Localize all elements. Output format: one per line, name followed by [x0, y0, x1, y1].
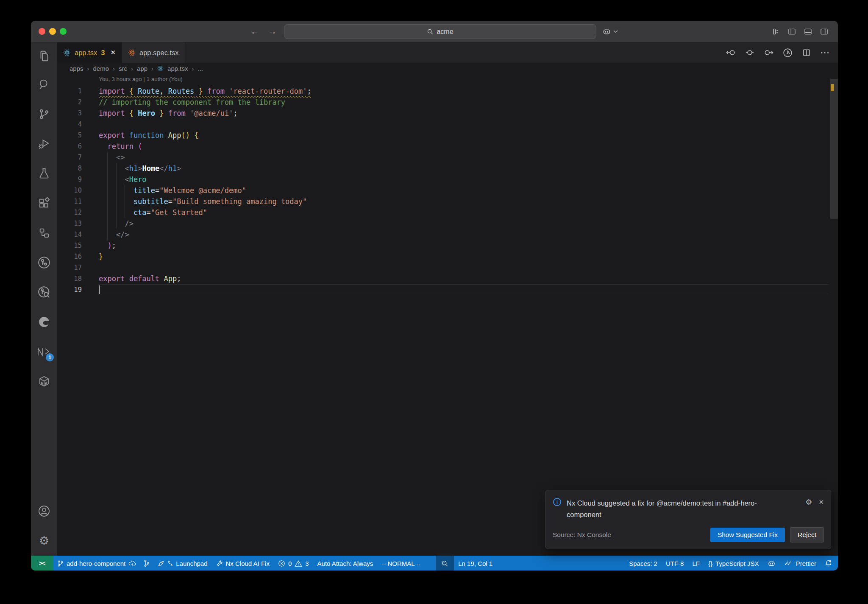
notification-message: Nx Cloud suggested a fix for @acme/demo:…: [567, 498, 762, 520]
breadcrumb-item[interactable]: src: [119, 65, 127, 72]
zoom-window-button[interactable]: [60, 28, 67, 35]
history-nav: ← →: [250, 21, 277, 42]
sidebar-item-references[interactable]: [31, 218, 57, 248]
breadcrumb-item[interactable]: apps: [70, 65, 83, 72]
eol-label: LF: [692, 560, 700, 567]
search-icon: [38, 78, 50, 91]
customize-layout-icon[interactable]: [771, 27, 780, 36]
launchpad-label: Launchpad: [176, 560, 207, 567]
error-count: 0: [288, 560, 292, 567]
sidebar-item-gitlens-inspect[interactable]: [31, 277, 57, 307]
code-editor[interactable]: You, 3 hours ago | 1 author (You) 1impor…: [57, 74, 838, 556]
show-suggested-fix-button[interactable]: Show Suggested Fix: [710, 528, 785, 542]
encoding-item[interactable]: UTF-8: [662, 556, 688, 571]
commit-graph-item[interactable]: [140, 556, 153, 571]
forward-icon[interactable]: →: [268, 26, 277, 36]
nx-cloud-fix-item[interactable]: Nx Cloud AI Fix: [212, 556, 274, 571]
line-number: 3: [57, 108, 82, 119]
toggle-panel-icon[interactable]: [804, 27, 812, 36]
line-number: 6: [57, 141, 82, 152]
back-icon[interactable]: ←: [250, 26, 259, 36]
command-center-search[interactable]: acme: [284, 24, 596, 39]
commit-graph-icon: [143, 559, 150, 567]
close-window-button[interactable]: [39, 28, 45, 35]
sidebar-item-testing[interactable]: [31, 159, 57, 188]
info-icon: [553, 498, 562, 506]
code-line: 11 subtitle="Build something amazing tod…: [57, 196, 838, 207]
scrollbar-thumb[interactable]: [830, 79, 838, 219]
sidebar-item-extensions[interactable]: [31, 188, 57, 218]
remote-indicator[interactable]: ><: [31, 556, 53, 571]
eol-item[interactable]: LF: [688, 556, 704, 571]
vim-mode-item[interactable]: -- NORMAL --: [377, 556, 425, 571]
code-line: 7 <>: [57, 152, 838, 163]
sidebar-item-explorer[interactable]: [31, 42, 57, 70]
breadcrumb-more[interactable]: ...: [198, 65, 203, 72]
reject-button[interactable]: Reject: [790, 527, 824, 542]
sidebar-item-containers[interactable]: [31, 366, 57, 396]
copilot-status-item[interactable]: [763, 556, 780, 571]
sidebar-item-run-debug[interactable]: [31, 129, 57, 159]
sidebar-item-gitlens[interactable]: [31, 248, 57, 277]
sidebar-item-edge-tools[interactable]: [31, 307, 57, 337]
react-test-file-icon: [128, 49, 136, 56]
activity-bar: 1 ⚙: [31, 42, 57, 556]
indentation-item[interactable]: Spaces: 2: [625, 556, 662, 571]
sidebar-item-source-control[interactable]: [31, 99, 57, 129]
run-file-icon[interactable]: [782, 48, 793, 58]
breadcrumb-item[interactable]: demo: [93, 65, 109, 72]
formatter-item[interactable]: ✓✓ Prettier: [780, 556, 821, 571]
status-bar: >< add-hero-component Launchpad Nx Cloud…: [31, 556, 838, 571]
tab-app-spec-tsx[interactable]: app.spec.tsx: [122, 42, 185, 63]
toggle-sidebar-icon[interactable]: [787, 27, 796, 36]
window-controls: [39, 28, 67, 35]
more-actions-icon[interactable]: ⋯: [820, 47, 829, 58]
changes-icon[interactable]: [745, 48, 754, 57]
warning-count: 3: [305, 560, 309, 567]
chevron-right-icon: ›: [192, 65, 194, 72]
line-content: // importing the component from the libr…: [99, 97, 829, 108]
notifications-item[interactable]: [821, 556, 838, 571]
breadcrumb-item[interactable]: app: [137, 65, 147, 72]
close-icon[interactable]: ✕: [818, 498, 824, 506]
line-content: <h1>Home</h1>: [99, 163, 829, 174]
close-icon[interactable]: ✕: [110, 49, 116, 56]
sidebar-item-accounts[interactable]: [31, 496, 57, 526]
zoom-item[interactable]: [436, 556, 454, 571]
copilot-menu-button[interactable]: [602, 21, 618, 42]
line-content: title="Welcmoe @acme/demo": [99, 185, 829, 196]
toggle-secondary-sidebar-icon[interactable]: [820, 27, 829, 36]
prev-change-icon[interactable]: [726, 48, 736, 57]
braces-icon: {}: [708, 560, 712, 567]
next-change-icon[interactable]: [763, 48, 773, 57]
split-editor-icon[interactable]: [802, 48, 811, 57]
line-number: 9: [57, 174, 82, 185]
cursor-position-item[interactable]: Ln 19, Col 1: [454, 556, 497, 571]
branch-name: add-hero-component: [67, 560, 125, 567]
line-number: 15: [57, 240, 82, 251]
code-line: 10 title="Welcmoe @acme/demo": [57, 185, 838, 196]
sidebar-item-settings[interactable]: ⚙: [31, 526, 57, 556]
line-content: import { Hero } from '@acme/ui';: [99, 108, 829, 119]
line-number: 5: [57, 130, 82, 141]
sidebar-item-search[interactable]: [31, 70, 57, 99]
auto-attach-item[interactable]: Auto Attach: Always: [313, 556, 378, 571]
chevron-right-icon: ›: [151, 65, 153, 72]
hierarchy-icon: [38, 226, 50, 239]
minimize-window-button[interactable]: [49, 28, 56, 35]
react-file-icon: [157, 65, 164, 72]
notification-settings-icon[interactable]: ⚙: [805, 498, 812, 506]
code-line: 8 <h1>Home</h1>: [57, 163, 838, 174]
tab-problem-badge: 3: [101, 49, 105, 57]
sidebar-item-nx-console[interactable]: 1: [31, 337, 57, 366]
language-item[interactable]: {} TypeScript JSX: [704, 556, 763, 571]
breadcrumb-file[interactable]: app.tsx: [167, 65, 188, 72]
tab-app-tsx[interactable]: app.tsx 3 ✕: [57, 42, 122, 63]
launchpad-item[interactable]: Launchpad: [153, 556, 211, 571]
codelens-blame[interactable]: You, 3 hours ago | 1 author (You): [99, 76, 183, 82]
wrench-icon: [216, 560, 223, 567]
line-number: 13: [57, 218, 82, 229]
problems-item[interactable]: 0 3: [274, 556, 313, 571]
branch-item[interactable]: add-hero-component: [53, 556, 140, 571]
code-line: 6 return (: [57, 141, 838, 152]
